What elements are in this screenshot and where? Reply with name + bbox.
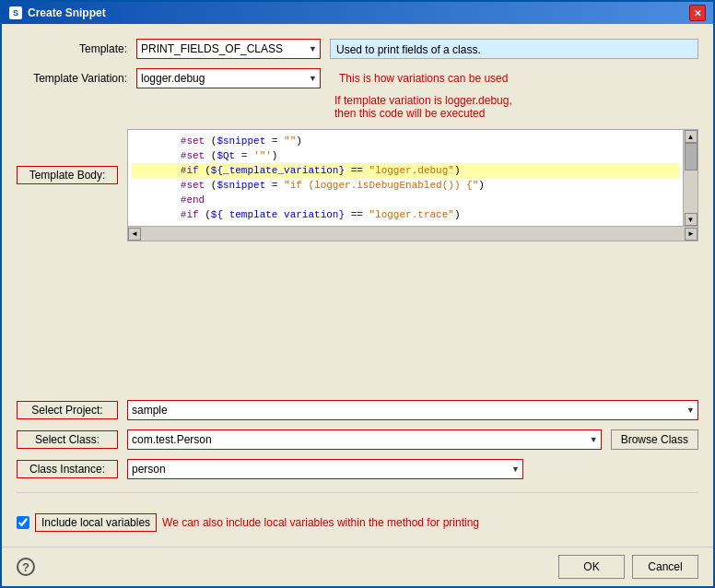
template-select[interactable]: PRINT_FIELDS_OF_CLASS (136, 39, 321, 59)
code-line-4: #set ($snippet = "if (logger.isDebugEnab… (132, 178, 679, 193)
code-area[interactable]: #set ($snippet = "") #set ($Qt = '"') #i… (128, 130, 683, 226)
template-variation-select[interactable]: logger.debug (136, 68, 321, 88)
class-instance-label: Class Instance: (17, 460, 118, 478)
dialog-footer: ? OK Cancel (2, 547, 713, 586)
divider (17, 492, 698, 493)
scroll-thumb[interactable] (685, 143, 697, 171)
include-local-checkbox[interactable] (17, 516, 29, 529)
dialog-content: Template: PRINT_FIELDS_OF_CLASS Used to … (2, 24, 713, 547)
instance-select[interactable]: person (127, 459, 523, 479)
include-local-note: We can also include local variables with… (162, 516, 479, 529)
code-line-2: #set ($Qt = '"') (132, 148, 679, 163)
project-select-wrapper: sample (127, 400, 698, 420)
class-select[interactable]: com.test.Person (127, 429, 602, 450)
footer-right: OK Cancel (558, 555, 698, 579)
cancel-button[interactable]: Cancel (632, 555, 698, 579)
include-local-label: Include local variables (35, 513, 157, 532)
create-snippet-dialog: S Create Snippet ✕ Template: PRINT_FIELD… (0, 0, 715, 588)
scroll-left-btn[interactable]: ◄ (128, 228, 141, 241)
include-local-row: Include local variables We can also incl… (17, 513, 698, 532)
ok-button[interactable]: OK (558, 555, 625, 579)
code-line-6: #if (${ template variation} == "logger.t… (132, 207, 679, 222)
template-variation-label: Template Variation: (17, 72, 127, 85)
browse-class-button[interactable]: Browse Class (611, 429, 698, 450)
template-description: Used to print fields of a class. (330, 39, 698, 59)
code-line-1: #set ($snippet = "") (132, 134, 679, 148)
scroll-track (684, 143, 697, 213)
variation-note2-container: If template variation is logger.debug, t… (334, 94, 698, 120)
variation-note2-line1: If template variation is logger.debug, (334, 94, 698, 107)
template-body-row: Template Body: #set ($snippet = "") #set… (17, 129, 698, 391)
title-bar-left: S Create Snippet (9, 6, 106, 19)
select-class-row: Select Class: com.test.Person Browse Cla… (17, 429, 698, 450)
footer-left: ? (17, 558, 35, 576)
variation-select-wrapper: logger.debug (136, 68, 321, 88)
select-project-row: Select Project: sample (17, 400, 698, 420)
title-bar: S Create Snippet ✕ (2, 2, 713, 24)
select-class-label: Select Class: (17, 430, 118, 449)
template-row: Template: PRINT_FIELDS_OF_CLASS Used to … (17, 39, 698, 59)
template-variation-row: Template Variation: logger.debug This is… (17, 68, 698, 88)
horizontal-scrollbar[interactable]: ◄ ► (128, 226, 697, 241)
class-instance-row: Class Instance: person (17, 459, 698, 479)
scroll-right-btn[interactable]: ► (685, 228, 697, 241)
template-body-label: Template Body: (17, 166, 118, 184)
scroll-down-btn[interactable]: ▼ (685, 213, 697, 226)
variation-note2-line2: then this code will be executed (334, 107, 698, 120)
instance-select-wrapper: person (127, 459, 523, 479)
select-project-label: Select Project: (17, 401, 118, 419)
code-line-5: #end (132, 193, 679, 207)
template-select-wrapper: PRINT_FIELDS_OF_CLASS (136, 39, 321, 59)
close-button[interactable]: ✕ (689, 5, 706, 21)
template-label: Template: (17, 42, 127, 55)
vertical-scrollbar[interactable]: ▲ ▼ (683, 130, 697, 226)
variation-note: This is how variations can be used (339, 72, 508, 85)
code-editor-inner: #set ($snippet = "") #set ($Qt = '"') #i… (128, 130, 697, 226)
project-select[interactable]: sample (127, 400, 698, 420)
class-select-wrapper: com.test.Person (127, 429, 602, 450)
window-title: Create Snippet (28, 6, 106, 19)
help-button[interactable]: ? (17, 558, 35, 576)
code-editor-container: #set ($snippet = "") #set ($Qt = '"') #i… (127, 129, 698, 241)
window-icon: S (9, 6, 22, 19)
scroll-up-btn[interactable]: ▲ (685, 130, 697, 143)
code-line-3: #if (${_template_variation} == "logger.d… (132, 163, 679, 178)
